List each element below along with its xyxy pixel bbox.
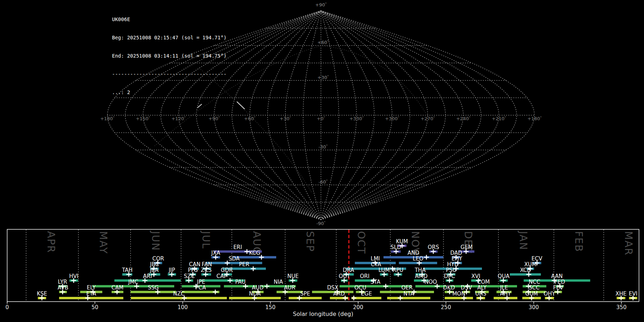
- shower-code: EGE: [361, 291, 372, 297]
- shower-code: JXA: [211, 250, 221, 256]
- longitude-label: +90°: [209, 116, 220, 121]
- longitude-label: +270°: [420, 116, 435, 121]
- longitude-label: +120°: [171, 116, 186, 121]
- shower-code: JEA: [150, 267, 159, 273]
- shower-KSE: KSE: [37, 291, 47, 301]
- pole-label-north: +90°: [315, 2, 327, 8]
- shower-code: SLD: [391, 244, 401, 250]
- latitude-label: +60°: [317, 40, 329, 45]
- shower-code: ZCS: [201, 267, 211, 273]
- shower-SZC: SZC: [184, 273, 195, 283]
- axis-tick-label: 100: [177, 304, 188, 311]
- shower-code: DRA: [343, 267, 354, 273]
- shower-code: CAP: [216, 273, 227, 279]
- shower-NUE: NUE: [287, 273, 299, 283]
- shower-bar: [415, 285, 446, 288]
- shower-code: FEV: [553, 284, 564, 291]
- shower-code: SZC: [184, 273, 195, 279]
- axis-tick-label: 200: [353, 304, 364, 311]
- longitude-label: +0°: [317, 116, 325, 121]
- axis-tick-label: 50: [92, 304, 98, 311]
- shower-URS: URS: [475, 291, 486, 301]
- shower-STA: STA: [340, 279, 411, 289]
- shower-code: AUD: [252, 284, 264, 291]
- radiant-sky-map: +90°-90°+60°+30°-30°-60°+180°+150°+120°+…: [0, 0, 644, 229]
- shower-code: CAM: [111, 284, 123, 291]
- meridian-line: [321, 11, 392, 220]
- shower-code: XCB: [520, 267, 531, 273]
- shower-code: DKD: [443, 284, 455, 291]
- shower-code: NIA: [274, 279, 283, 285]
- month-label-SEP: SEP: [304, 231, 316, 252]
- shower-code: OER: [401, 284, 413, 291]
- shower-code: TAH: [122, 267, 133, 273]
- shower-code: SCC: [529, 284, 540, 291]
- shower-code: ORI: [360, 273, 370, 279]
- session-begin: Beg: 20251008 02:15:47 (sol = 194.71°): [112, 35, 226, 41]
- longitude-label: +330°: [349, 116, 364, 121]
- shower-bar: [114, 279, 181, 282]
- shower-code: KCG: [249, 250, 260, 256]
- axis-tick-label: 150: [265, 304, 275, 311]
- shower-code: ORS: [428, 244, 439, 250]
- latitude-label: +30°: [317, 75, 329, 80]
- shower-bar: [131, 291, 176, 293]
- shower-code: ARI: [143, 273, 152, 279]
- shower-XCB: XCB: [510, 267, 541, 277]
- shower-code: GDR: [221, 267, 233, 273]
- shower-DPC: DPC: [444, 273, 455, 283]
- shower-code: KSE: [37, 291, 47, 297]
- shower-SLD: SLD: [391, 244, 401, 254]
- meteor-trail: [237, 102, 245, 109]
- shower-bar: [289, 297, 322, 299]
- shower-code: HVI: [69, 273, 78, 279]
- shower-code: RPU: [392, 267, 403, 273]
- shower-code: PER: [239, 261, 249, 268]
- axis-tick-label: 300: [528, 304, 539, 311]
- pole-label-south: -90°: [316, 221, 326, 226]
- shower-code: PAU: [235, 279, 245, 285]
- shower-code: JIP: [168, 267, 175, 273]
- shower-AVB: AVB: [58, 284, 68, 294]
- shower-code: URS: [475, 291, 486, 297]
- axis-tick-label: 250: [441, 304, 451, 311]
- x-axis-title: Solar longitude (deg): [293, 311, 353, 317]
- shower-bar: [131, 297, 227, 299]
- shower-OHY: OHY: [543, 291, 555, 301]
- shower-code: GUM: [525, 291, 538, 297]
- month-label-OCT: OCT: [355, 231, 367, 254]
- meteor-monitor-screen: UK006E Beg: 20251008 02:15:47 (sol = 194…: [0, 0, 644, 322]
- shower-bar: [340, 285, 411, 288]
- shower-code: SPE: [300, 291, 310, 297]
- shower-JXA: JXA: [211, 250, 221, 260]
- month-label-JUL: JUL: [200, 230, 212, 249]
- shower-code: ALY: [477, 284, 487, 291]
- longitude-label: +210°: [492, 116, 506, 121]
- shower-code: JMC: [128, 279, 138, 285]
- month-label-MAR: MAR: [623, 231, 634, 256]
- longitude-label: +180°: [100, 116, 114, 121]
- shower-code: EVI: [629, 291, 638, 297]
- shower-code: ERI: [233, 244, 242, 250]
- session-end: End: 20251008 03:14:11 (sol = 194.75°): [112, 53, 226, 59]
- shower-code: NDA: [249, 291, 261, 297]
- shower-bar: [59, 297, 123, 299]
- shower-code: DPC: [444, 273, 455, 279]
- shower-bar: [510, 273, 541, 276]
- shower-bar: [206, 262, 262, 264]
- axis-tick-label: 350: [616, 304, 627, 311]
- shower-code: AUR: [284, 284, 296, 291]
- shower-HVI: HVI: [69, 273, 78, 283]
- shower-code: OCU: [355, 284, 366, 291]
- shower-code: NUE: [287, 273, 299, 279]
- shower-code: GEM: [460, 244, 473, 250]
- month-label-JUN: JUN: [150, 230, 161, 251]
- shower-code: JLE: [500, 284, 508, 291]
- shower-TAH: TAH: [122, 267, 133, 277]
- shower-code: ELY: [87, 284, 96, 291]
- shower-code: PCA: [195, 284, 206, 291]
- longitude-label: +300°: [385, 116, 399, 121]
- separator-line: --------------------------------------: [112, 71, 226, 77]
- shower-code: DSV: [461, 284, 472, 291]
- month-label-FEB: FEB: [573, 231, 585, 252]
